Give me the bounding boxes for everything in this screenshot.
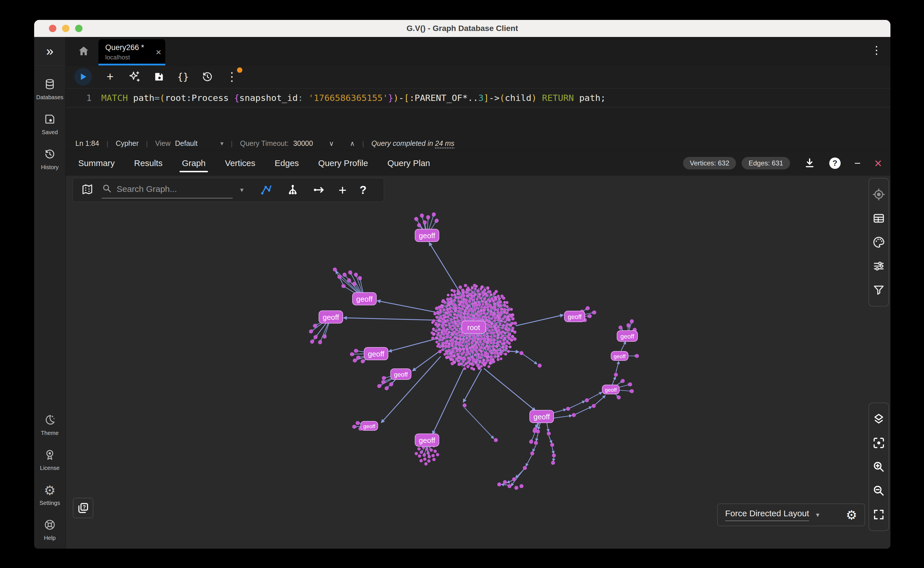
query-history-button[interactable]	[201, 71, 214, 83]
palette-icon[interactable]	[872, 230, 885, 254]
graph-node	[503, 308, 506, 311]
results-tab-query-profile[interactable]: Query Profile	[309, 151, 378, 176]
graph-node	[450, 318, 453, 321]
locate-icon[interactable]	[872, 183, 885, 206]
query-tab[interactable]: Query266 * localhost ×	[98, 39, 165, 65]
graph-node	[530, 452, 534, 455]
results-tab-summary[interactable]: Summary	[68, 151, 124, 176]
zoom-window-button[interactable]	[75, 25, 82, 32]
cypher-query-text[interactable]: MATCH path=(root:Process {snapshot_id: '…	[101, 93, 606, 103]
svg-text:?: ?	[82, 504, 86, 510]
graph-help-icon[interactable]: ?	[360, 184, 367, 196]
hierarchy-view-icon[interactable]	[286, 183, 299, 196]
home-icon[interactable]	[77, 44, 90, 59]
map-icon[interactable]	[81, 183, 94, 197]
graph-node	[474, 353, 477, 356]
graph-node	[465, 353, 468, 357]
graph-view-icon[interactable]	[259, 183, 273, 197]
graph-node	[358, 276, 362, 280]
results-tab-graph[interactable]: Graph	[172, 151, 215, 176]
graph-vertex-geoff-4-label: geoff	[394, 371, 408, 378]
graph-node	[433, 312, 436, 315]
results-tab-results[interactable]: Results	[124, 151, 172, 176]
graph-node	[497, 355, 500, 358]
download-icon[interactable]	[804, 157, 816, 169]
help-icon[interactable]: ?	[829, 157, 841, 169]
results-tab-query-plan[interactable]: Query Plan	[378, 151, 440, 176]
minimize-panel-icon[interactable]: −	[854, 157, 860, 169]
format-code-button[interactable]: {}	[177, 71, 189, 83]
layers-icon[interactable]	[872, 407, 885, 431]
sidebar-item-license[interactable]: License	[40, 449, 60, 471]
center-graph-icon[interactable]	[872, 431, 885, 455]
increase-icon[interactable]: ∧	[350, 140, 355, 148]
view-dropdown-icon[interactable]: ▾	[220, 140, 223, 147]
graph-node	[489, 310, 493, 313]
sidebar-item-saved[interactable]: Saved	[42, 113, 58, 136]
graph-node	[483, 334, 486, 337]
graph-node	[538, 364, 542, 367]
graph-node	[451, 321, 454, 324]
graph-node	[430, 448, 433, 452]
graph-node	[442, 321, 445, 325]
graph-node	[465, 290, 468, 294]
toolbar-more-icon[interactable]: ⋮	[226, 71, 238, 83]
graph-vertex-geoff-7-label: geoff	[533, 412, 550, 421]
graph-node	[489, 325, 492, 328]
graph-node	[455, 346, 458, 350]
code-editor[interactable]: 1 MATCH path=(root:Process {snapshot_id:…	[66, 88, 891, 136]
graph-node	[477, 353, 480, 356]
add-vertex-icon[interactable]: +	[339, 182, 347, 198]
more-options-icon[interactable]: ⋮	[871, 44, 882, 56]
code-line[interactable]: 1 MATCH path=(root:Process {snapshot_id:…	[66, 88, 891, 107]
layout-dropdown-icon[interactable]: ▾	[816, 511, 819, 519]
sidebar-item-help[interactable]: Help	[44, 519, 56, 541]
tab-close-icon[interactable]: ×	[156, 47, 161, 58]
close-panel-icon[interactable]: ×	[874, 157, 882, 169]
results-tab-vertices[interactable]: Vertices	[215, 151, 265, 176]
sidebar-item-label: Saved	[42, 129, 58, 136]
layout-select[interactable]: Force Directed Layout	[725, 509, 809, 521]
graph-node	[436, 453, 439, 456]
query-status: Query completed in 24 ms	[371, 139, 454, 148]
graph-node	[468, 293, 471, 296]
graph-node	[489, 338, 493, 341]
fullscreen-icon[interactable]	[872, 503, 885, 527]
graph-node	[461, 341, 464, 344]
graph-node	[468, 300, 471, 303]
close-window-button[interactable]	[49, 25, 56, 32]
graph-node	[630, 389, 634, 393]
graph-node	[503, 315, 506, 318]
layout-settings-gear-icon[interactable]: ⚙	[846, 508, 857, 522]
graph-node	[445, 311, 448, 314]
zoom-in-icon[interactable]	[872, 455, 885, 479]
decrease-icon[interactable]: ∨	[329, 140, 334, 148]
save-query-button[interactable]	[153, 71, 165, 82]
sidebar-item-theme[interactable]: Theme	[41, 414, 59, 437]
graph-node	[478, 367, 481, 370]
expand-edges-icon[interactable]	[312, 183, 326, 196]
sidebar-item-databases[interactable]: Databases	[36, 78, 64, 101]
new-query-button[interactable]: +	[105, 71, 116, 83]
minimize-window-button[interactable]	[62, 25, 70, 32]
graph-search-input[interactable]: Search Graph...	[102, 181, 233, 198]
graph-node	[450, 354, 453, 357]
timeout-value[interactable]: 30000	[293, 139, 313, 148]
run-query-button[interactable]	[74, 68, 92, 86]
graph-canvas[interactable]: geoffgeoffgeoffgeoffgeoffgeoffgeoffgeoff…	[66, 176, 891, 549]
table-icon[interactable]	[872, 206, 885, 230]
results-tab-edges[interactable]: Edges	[265, 151, 309, 176]
filter-icon[interactable]	[872, 278, 885, 302]
sidebar-item-history[interactable]: History	[41, 148, 59, 171]
ai-assistant-icon[interactable]	[128, 71, 141, 83]
display-settings-icon[interactable]	[872, 254, 885, 278]
graph-node	[497, 325, 500, 328]
expand-sidebar-icon[interactable]: »	[46, 44, 53, 57]
graph-node	[492, 360, 495, 363]
search-dropdown-icon[interactable]: ▾	[240, 186, 244, 194]
graph-node	[425, 448, 429, 451]
sidebar-item-settings[interactable]: ⚙ Settings	[39, 484, 60, 506]
legend-button[interactable]: ?	[73, 498, 93, 518]
view-value[interactable]: Default	[175, 139, 197, 148]
zoom-out-icon[interactable]	[872, 479, 885, 503]
